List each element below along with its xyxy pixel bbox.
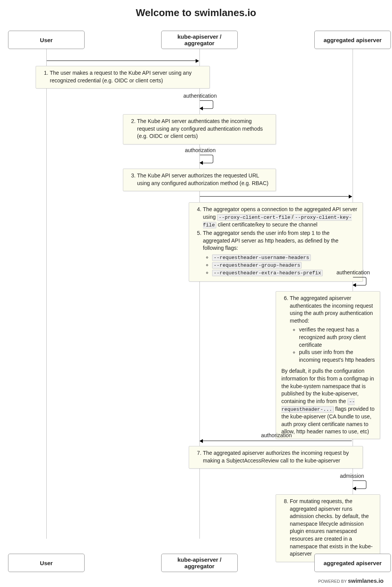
actor-kube-bottom: kube-apiserver / aggregator xyxy=(161,554,238,572)
flag-item: --requestheader-extra-headers-prefix xyxy=(212,269,358,277)
note-text: The Kube API server authorizes the reque… xyxy=(137,172,271,187)
code-flag: --requestheader-username-headers xyxy=(212,254,311,261)
actor-label: User xyxy=(40,37,52,43)
arrow-kube-to-agg xyxy=(200,196,352,197)
actor-user-top: User xyxy=(8,31,85,49)
note-6: The aggregated apiserver authenticates t… xyxy=(276,291,380,439)
footer-prefix: POWERED BY xyxy=(318,579,348,584)
bullet: verifies the request has a recognized au… xyxy=(299,326,375,349)
note-paragraph: By default, it pulls the configuration i… xyxy=(281,367,375,436)
note-8: For mutating requests, the aggregated ap… xyxy=(276,494,380,562)
actor-agg-top: aggregated apiserver xyxy=(314,31,391,49)
arrow-user-to-kube xyxy=(47,61,199,61)
note-text: The Kube API server authenticates the in… xyxy=(137,118,271,140)
arrowhead-icon xyxy=(353,283,356,287)
code-flag: --requestheader-group-headers xyxy=(212,262,302,269)
actor-user-bottom: User xyxy=(8,554,85,572)
note-text: The aggregator opens a connection to the… xyxy=(203,206,358,229)
arrowhead-icon xyxy=(349,195,352,198)
note-text: The user makes a request to the Kube API… xyxy=(50,69,205,84)
actor-kube-top: kube-apiserver / aggregator xyxy=(161,31,238,49)
flag-item: --requestheader-group-headers xyxy=(212,261,358,269)
arrowhead-icon xyxy=(199,107,203,110)
arrow-agg-to-kube xyxy=(200,441,352,441)
label-authz-2: authorization xyxy=(261,432,292,438)
note-text: The aggregated apiserver authenticates t… xyxy=(290,295,375,364)
arrowhead-icon xyxy=(199,439,203,443)
lifeline-user xyxy=(46,49,47,539)
actor-agg-bottom: aggregated apiserver xyxy=(314,554,391,572)
actor-label: kube-apiserver / aggregator xyxy=(164,33,235,46)
note-text: The aggregator sends the user info from … xyxy=(203,230,358,277)
code-flag: --requestheader-extra-headers-prefix xyxy=(212,270,323,276)
note-7: The aggregated apiserver authorizes the … xyxy=(189,446,363,469)
arrowhead-icon xyxy=(353,487,356,490)
selfloop-kube-authz xyxy=(200,155,213,163)
selfloop-kube-authn xyxy=(200,100,213,109)
selfloop-agg-authn xyxy=(353,277,366,285)
footer-credit[interactable]: POWERED BY swimlanes.io xyxy=(318,577,384,584)
arrowhead-icon xyxy=(199,161,203,165)
label-authn-2: authentication xyxy=(336,269,370,275)
label-admission: admission xyxy=(340,473,364,479)
diagram-title: Welcome to swimlanes.io xyxy=(0,7,392,19)
label-authz-1: authorization xyxy=(185,147,216,153)
bullet: pulls user info from the incoming reques… xyxy=(299,349,375,364)
flag-item: --requestheader-username-headers xyxy=(212,254,358,261)
actor-label: aggregated apiserver xyxy=(323,560,382,566)
note-2: The Kube API server authenticates the in… xyxy=(123,114,276,144)
diagram-canvas: Welcome to swimlanes.io User kube-apiser… xyxy=(0,0,392,587)
note-text: For mutating requests, the aggregated ap… xyxy=(290,498,375,558)
actor-label: kube-apiserver / aggregator xyxy=(164,556,235,569)
footer-brand: swimlanes.io xyxy=(348,577,384,584)
note-1: The user makes a request to the Kube API… xyxy=(36,66,210,89)
actor-label: aggregated apiserver xyxy=(323,37,382,43)
arrowhead-icon xyxy=(196,59,199,63)
note-text: The aggregated apiserver authorizes the … xyxy=(203,449,358,464)
code-flag: --proxy-client-cert-file xyxy=(217,214,292,221)
label-authn-1: authentication xyxy=(183,93,217,99)
actor-label: User xyxy=(40,560,52,566)
selfloop-agg-admission xyxy=(353,480,366,489)
note-3: The Kube API server authorizes the reque… xyxy=(123,169,276,191)
